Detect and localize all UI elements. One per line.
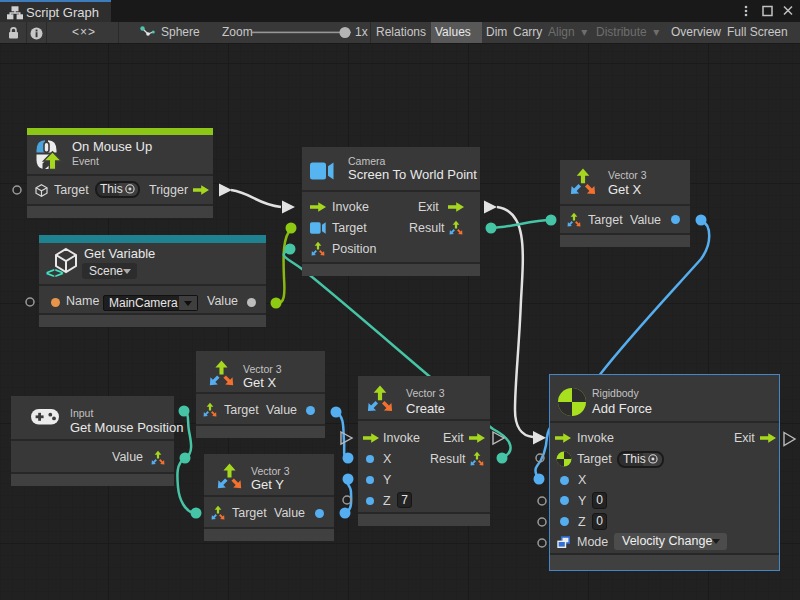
svg-text:<>: <> — [46, 264, 64, 279]
